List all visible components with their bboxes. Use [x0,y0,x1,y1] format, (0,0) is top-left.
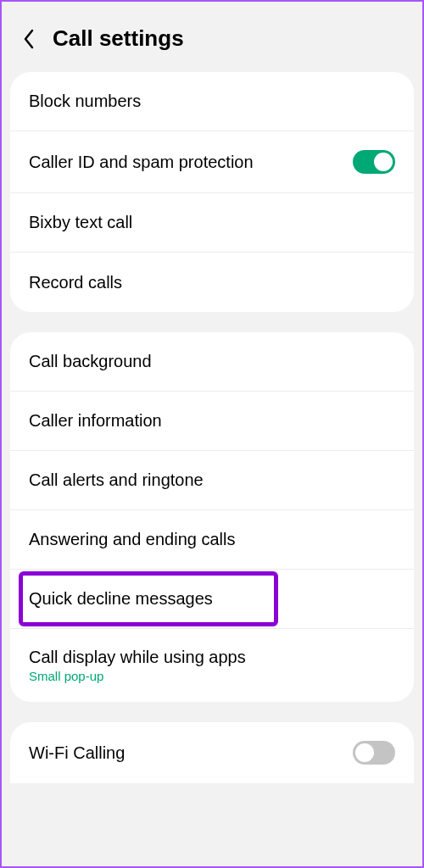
item-quick-decline-messages[interactable]: Quick decline messages [10,570,414,629]
item-call-background[interactable]: Call background [10,332,414,392]
item-label: Call alerts and ringtone [29,470,204,490]
item-text: Call display while using apps Small pop-… [29,648,246,683]
section-1: Block numbers Caller ID and spam protect… [10,72,414,312]
item-label: Wi-Fi Calling [29,743,125,763]
toggle-knob [374,153,393,171]
section-2: Call background Caller information Call … [10,332,414,702]
item-label: Record calls [29,273,122,292]
page-title: Call settings [53,25,184,52]
item-record-calls[interactable]: Record calls [10,253,414,312]
item-label: Answering and ending calls [29,530,236,549]
item-bixby-text-call[interactable]: Bixby text call [10,193,414,253]
item-caller-id-spam[interactable]: Caller ID and spam protection [10,131,414,193]
item-label: Call display while using apps [29,648,246,667]
item-caller-information[interactable]: Caller information [10,392,414,451]
item-label: Caller information [29,411,162,431]
header: Call settings [2,2,422,72]
item-call-display-apps[interactable]: Call display while using apps Small pop-… [10,629,414,702]
item-sublabel: Small pop-up [29,669,246,683]
section-3: Wi-Fi Calling [10,722,414,783]
item-label: Block numbers [29,92,141,111]
back-icon[interactable] [20,31,37,47]
item-label: Bixby text call [29,213,132,232]
toggle-knob [355,743,374,762]
item-label: Call background [29,352,152,371]
item-block-numbers[interactable]: Block numbers [10,72,414,131]
item-call-alerts-ringtone[interactable]: Call alerts and ringtone [10,451,414,510]
item-label: Caller ID and spam protection [29,153,254,172]
toggle-wifi-calling[interactable] [353,741,395,765]
item-label: Quick decline messages [29,589,213,609]
item-wifi-calling[interactable]: Wi-Fi Calling [10,722,414,783]
item-answering-ending-calls[interactable]: Answering and ending calls [10,510,414,570]
toggle-caller-id[interactable] [353,150,395,174]
